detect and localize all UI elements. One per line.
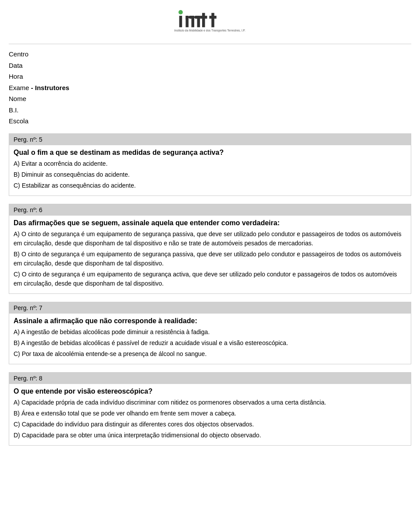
nome-line: Nome — [9, 93, 411, 105]
exame-line: Exame - Instrutores — [9, 82, 411, 94]
hora-line: Hora — [9, 71, 411, 82]
bi-label: B.I. — [9, 106, 19, 114]
question-2-option-1: A) O cinto de segurança é um equipamento… — [14, 230, 406, 248]
hora-label: Hora — [9, 73, 23, 80]
question-header-2: Perg. nº: 6 — [9, 204, 411, 216]
question-block-4: Perg. nº: 8O que entende por visão ester… — [9, 372, 411, 446]
svg-point-0 — [178, 10, 183, 14]
exame-value: - Instrutores — [29, 84, 70, 91]
question-title-3: Assinale a afirmação que não corresponde… — [14, 317, 406, 325]
question-3-option-1: A) A ingestão de bebidas alcoólicas pode… — [14, 328, 406, 337]
question-body-1: Qual o fim a que se destinam as medidas … — [9, 145, 411, 195]
question-4-option-2: B) Área e extensão total que se pode ver… — [14, 409, 406, 418]
question-4-option-4: D) Capacidade para se obter uma única in… — [14, 431, 406, 440]
question-2-option-2: B) O cinto de segurança é um equipamento… — [14, 250, 406, 268]
data-label: Data — [9, 62, 23, 69]
question-4-option-1: A) Capacidade própria de cada indivíduo … — [14, 398, 406, 407]
question-2-option-3: C) O cinto de segurança é um equipamento… — [14, 270, 406, 288]
svg-rect-7 — [194, 16, 200, 19]
svg-rect-11 — [209, 16, 216, 19]
centro-line: Centro — [9, 49, 411, 60]
exame-label: Exame — [9, 84, 29, 91]
question-title-2: Das afirmações que se seguem, assinale a… — [14, 219, 406, 227]
svg-rect-10 — [211, 13, 214, 28]
info-block: Centro Data Hora Exame - Instrutores Nom… — [9, 49, 411, 127]
question-1-option-2: B) Diminuir as consequências do acidente… — [14, 170, 406, 179]
question-block-3: Perg. nº: 7Assinale a afirmação que não … — [9, 302, 411, 364]
nome-label: Nome — [9, 95, 26, 102]
question-header-1: Perg. nº: 5 — [9, 134, 411, 145]
svg-rect-9 — [200, 16, 207, 19]
question-title-4: O que entende por visão estereoscópica? — [14, 387, 406, 395]
question-1-option-3: C) Estabilizar as consequências do acide… — [14, 181, 406, 190]
svg-text:Instituto da Mobilidade e dos : Instituto da Mobilidade e dos Transporte… — [174, 29, 245, 32]
svg-rect-1 — [179, 16, 182, 27]
question-block-2: Perg. nº: 6Das afirmações que se seguem,… — [9, 204, 411, 294]
question-3-option-3: C) Por taxa de alcoolémia entende-se a p… — [14, 349, 406, 359]
svg-rect-6 — [189, 16, 194, 19]
escola-label: Escola — [9, 117, 28, 125]
question-title-1: Qual o fim a que se destinam as medidas … — [14, 149, 406, 157]
escola-line: Escola — [9, 115, 411, 127]
imtt-logo: Instituto da Mobilidade e dos Transporte… — [171, 9, 249, 35]
question-header-3: Perg. nº: 7 — [9, 302, 411, 314]
svg-rect-8 — [202, 13, 205, 28]
question-body-3: Assinale a afirmação que não corresponde… — [9, 314, 411, 364]
question-body-2: Das afirmações que se seguem, assinale a… — [9, 216, 411, 293]
question-4-option-3: C) Capacidade do indivíduo para distingu… — [14, 420, 406, 429]
question-body-4: O que entende por visão estereoscópica?A… — [9, 384, 411, 445]
question-block-1: Perg. nº: 5Qual o fim a que se destinam … — [9, 133, 411, 196]
question-header-4: Perg. nº: 8 — [9, 373, 411, 384]
svg-rect-5 — [186, 16, 189, 19]
bi-line: B.I. — [9, 105, 411, 116]
centro-label: Centro — [9, 50, 28, 58]
question-3-option-2: B) A ingestão de bebidas alcoólicas é pa… — [14, 339, 406, 348]
page: Instituto da Mobilidade e dos Transporte… — [0, 0, 420, 462]
question-1-option-1: A) Evitar a ocorrência do acidente. — [14, 159, 406, 168]
data-line: Data — [9, 60, 411, 71]
logo-container: Instituto da Mobilidade e dos Transporte… — [9, 9, 411, 35]
header: Instituto da Mobilidade e dos Transporte… — [9, 4, 411, 44]
questions-container: Perg. nº: 5Qual o fim a que se destinam … — [9, 133, 411, 446]
